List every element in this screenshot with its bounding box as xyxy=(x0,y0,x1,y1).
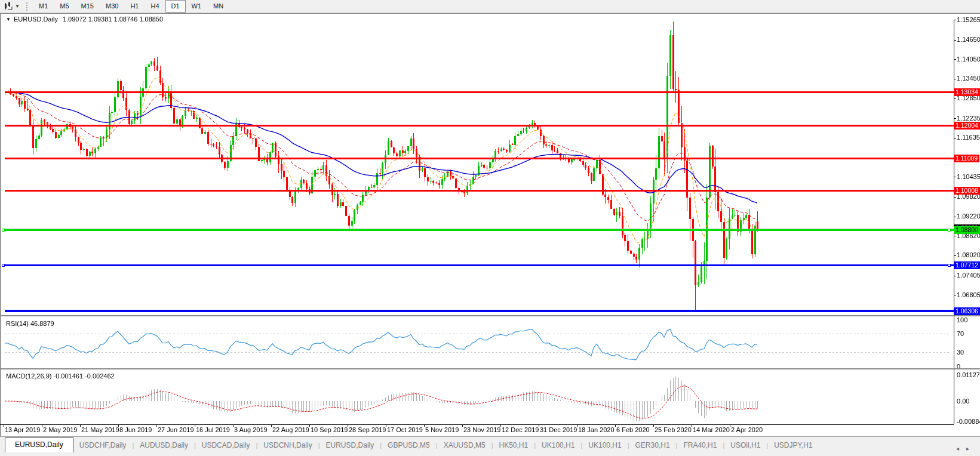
date-axis-label: 3 Aug 2019 xyxy=(234,426,268,433)
horizontal-line-1.13034[interactable] xyxy=(5,91,954,93)
price-axis-label: 1.14050 xyxy=(957,56,980,63)
price-level-badge-1.07712: 1.07712 xyxy=(954,261,980,269)
date-axis-label: 27 Jun 2019 xyxy=(158,426,194,433)
date-axis-tick xyxy=(539,424,539,427)
date-axis-label: 23 Nov 2019 xyxy=(463,426,500,433)
date-axis-label: 14 Mar 2020 xyxy=(693,426,730,433)
symbol-dropdown-icon[interactable]: ▼ xyxy=(6,17,11,22)
horizontal-line-1.10008[interactable] xyxy=(5,190,954,192)
rsi-macd-separator[interactable] xyxy=(0,368,980,369)
chart-tab-usdjpy-h1-14[interactable]: USDJPY,H1 xyxy=(768,439,818,452)
rsi-indicator-label: RSI(14) 46.8879 xyxy=(6,320,54,327)
chart-title-ohlc: 1.09072 1.09381 1.08746 1.08850 xyxy=(63,16,163,23)
date-axis-label: 6 Feb 2020 xyxy=(616,426,650,433)
price-axis-tick xyxy=(954,40,956,41)
date-axis-tick xyxy=(653,424,654,427)
price-axis-line xyxy=(954,20,954,424)
status-strip xyxy=(0,452,980,456)
price-axis-label: 1.14650 xyxy=(957,36,980,44)
price-axis-tick xyxy=(954,79,956,79)
tab-scroll-right-icon[interactable]: ▸ xyxy=(966,446,969,452)
price-axis-tick xyxy=(954,295,956,295)
chart-tab-usoil-h1-13[interactable]: USOil,H1 xyxy=(724,439,766,452)
horizontal-line-1.11009[interactable] xyxy=(5,158,954,159)
rsi-axis-label: 70 xyxy=(957,330,964,338)
date-axis-tick xyxy=(271,424,272,427)
price-level-badge-1.12004: 1.12004 xyxy=(954,122,980,130)
date-axis-tick xyxy=(577,424,577,427)
price-axis-tick xyxy=(954,236,956,236)
price-axis-tick xyxy=(954,98,956,99)
chart-tab-usdcad-daily-3[interactable]: USDCAD,Daily xyxy=(196,439,256,452)
date-axis-tick xyxy=(156,424,157,427)
price-axis-tick xyxy=(954,177,956,177)
chart-tab-uk100-h1-9[interactable]: UK100,H1 xyxy=(536,439,580,452)
right-line-handle-1.07712[interactable] xyxy=(948,264,951,267)
horizontal-line-1.07712[interactable] xyxy=(5,264,954,266)
main-rsi-separator[interactable] xyxy=(0,315,980,316)
chart-title: ▼EURUSD,Daily1.09072 1.09381 1.08746 1.0… xyxy=(6,16,163,23)
date-axis-line xyxy=(0,424,954,425)
chart-tab-audusd-daily-2[interactable]: AUDUSD,Daily xyxy=(134,439,194,452)
price-axis-label: 1.10435 xyxy=(957,173,980,181)
date-axis-label: 22 Aug 2019 xyxy=(272,426,309,433)
chart-tab-uk100-h1-10[interactable]: UK100,H1 xyxy=(582,439,627,452)
date-axis-label: 18 Jan 2020 xyxy=(578,426,615,433)
date-axis-tick xyxy=(615,424,616,427)
macd-axis-label: 0.011277 xyxy=(957,371,980,379)
chart-tab-bar: EURUSD,DailyUSDCHF,Daily|AUDUSD,Daily|US… xyxy=(0,436,980,452)
price-axis-label: 1.07405 xyxy=(957,272,980,279)
price-level-badge-1.13034: 1.13034 xyxy=(954,88,980,96)
chart-title-symbol: EURUSD,Daily xyxy=(14,16,58,23)
chart-tab-fra40-h1-12[interactable]: FRA40,H1 xyxy=(677,439,723,452)
price-axis-tick xyxy=(954,255,956,256)
chart-tab-gbpusd-m5-6[interactable]: GBPUSD,M5 xyxy=(382,439,436,452)
rsi-axis-label: 30 xyxy=(957,349,964,356)
date-axis-label: 10 Sep 2019 xyxy=(311,426,348,433)
price-level-badge-1.08800: 1.08800 xyxy=(954,226,980,234)
chart-tab-eurusd-daily-0[interactable]: EURUSD,Daily xyxy=(5,437,73,452)
price-axis-label: 1.11635 xyxy=(957,134,980,141)
date-axis-tick xyxy=(195,424,195,427)
chart-tab-usdcnh-daily-4[interactable]: USDCNH,Daily xyxy=(257,439,318,452)
date-axis-tick xyxy=(309,424,310,427)
chart-tab-ger30-h1-11[interactable]: GER30,H1 xyxy=(629,439,676,452)
macd-indicator-label: MACD(12,26,9) -0.001461 -0.002462 xyxy=(6,372,115,380)
price-level-badge-1.11009: 1.11009 xyxy=(954,155,979,162)
chart-tab-eurusd-daily-5[interactable]: EURUSD,Daily xyxy=(320,439,380,452)
date-axis-label: 21 May 2019 xyxy=(81,426,119,433)
price-level-badge-1.06306: 1.06306 xyxy=(954,307,980,315)
chart-tab-xauusd-m5-7[interactable]: XAUUSD,M5 xyxy=(438,439,491,452)
chart-canvas[interactable] xyxy=(0,0,980,456)
chart-tab-hk50-h1-8[interactable]: HK50,H1 xyxy=(493,439,534,452)
date-axis-label: 25 Feb 2020 xyxy=(655,426,692,433)
date-axis-label: 31 Dec 2019 xyxy=(540,426,577,433)
date-axis-tick xyxy=(4,424,4,427)
left-line-handle-1.07712[interactable] xyxy=(2,264,5,267)
date-axis-tick xyxy=(500,424,501,427)
horizontal-line-1.06306[interactable] xyxy=(5,310,954,312)
date-axis-tick xyxy=(348,424,348,427)
horizontal-line-1.12004[interactable] xyxy=(5,125,954,127)
date-axis-label: 2 Apr 2020 xyxy=(731,426,763,433)
macd-axis-label: -0.008845 xyxy=(957,418,980,426)
date-axis-label: 12 Dec 2019 xyxy=(502,426,539,433)
horizontal-line-1.08800[interactable] xyxy=(5,229,954,231)
price-axis-label: 1.08020 xyxy=(957,251,980,259)
tab-scroll-left-icon[interactable]: ◂ xyxy=(956,446,959,452)
price-axis-tick xyxy=(954,118,956,119)
left-line-handle-1.08800[interactable] xyxy=(2,229,5,232)
price-axis-tick xyxy=(954,138,956,138)
price-axis-tick xyxy=(954,59,956,60)
right-line-handle-1.08800[interactable] xyxy=(948,229,951,232)
price-axis-tick xyxy=(954,197,956,198)
macd-axis-label: 0.00 xyxy=(957,398,969,405)
date-axis-label: 8 Jun 2019 xyxy=(119,426,152,433)
chart-tab-usdchf-daily-1[interactable]: USDCHF,Daily xyxy=(73,439,133,452)
date-axis-tick xyxy=(42,424,42,427)
price-axis-label: 1.15265 xyxy=(957,16,980,24)
rsi-axis-label: 0 xyxy=(957,363,960,371)
date-axis-tick xyxy=(424,424,425,427)
date-axis-label: 13 Apr 2019 xyxy=(5,426,40,433)
date-axis-label: 2 May 2019 xyxy=(43,426,77,433)
